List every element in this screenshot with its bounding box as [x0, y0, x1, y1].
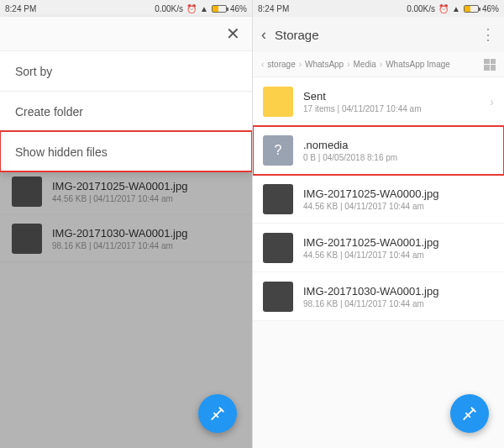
- breadcrumb: ‹ storage › WhatsApp › Media › WhatsApp …: [253, 52, 504, 77]
- menu-create-folder[interactable]: Create folder: [0, 91, 252, 131]
- image-thumb: [263, 184, 293, 214]
- status-battery: 46%: [230, 4, 247, 13]
- page-title: Storage: [275, 28, 472, 42]
- close-button[interactable]: ✕: [0, 17, 252, 50]
- close-icon: ✕: [226, 24, 240, 44]
- broom-icon: [460, 404, 479, 423]
- crumb-sep: ›: [347, 60, 349, 69]
- fab-clean[interactable]: [198, 394, 237, 433]
- menu-label: Create folder: [15, 105, 83, 119]
- file-row[interactable]: IMG-20171025-WA0000.jpg 44.56 KB | 04/11…: [253, 175, 504, 224]
- right-screenshot: 8:24 PM 0.00K/s ⏰ ▲ 46% ‹ Storage ⋮ ‹ st…: [252, 0, 504, 448]
- view-grid-button[interactable]: [484, 59, 496, 71]
- file-name: Sent: [303, 90, 480, 103]
- more-button[interactable]: ⋮: [480, 25, 496, 44]
- file-sub: 17 items | 04/11/2017 10:44 am: [303, 104, 480, 113]
- file-row-nomedia[interactable]: ? .nomedia 0 B | 04/05/2018 8:16 pm: [253, 126, 504, 175]
- left-screenshot: 8:24 PM 0.00K/s ⏰ ▲ 46% IMG-20171025-WA0…: [0, 0, 252, 448]
- image-thumb: [263, 233, 293, 263]
- status-right: 0.00K/s ⏰ ▲ 46%: [407, 4, 499, 13]
- file-name: IMG-20171025-WA0001.jpg: [303, 236, 494, 249]
- menu-label: Sort by: [15, 65, 52, 78]
- file-sub: 44.56 KB | 04/11/2017 10:44 am: [303, 202, 494, 211]
- status-bar: 8:24 PM 0.00K/s ⏰ ▲ 46%: [0, 0, 252, 17]
- file-list: Sent 17 items | 04/11/2017 10:44 am › ? …: [253, 77, 504, 321]
- folder-icon: [263, 87, 293, 117]
- menu-label: Show hidden files: [15, 145, 108, 159]
- fab-clean[interactable]: [450, 394, 489, 433]
- image-thumb: [263, 282, 293, 312]
- status-right: 0.00K/s ⏰ ▲ 46%: [155, 4, 247, 13]
- menu-sort-by[interactable]: Sort by: [0, 50, 252, 91]
- file-sub: 98.16 KB | 04/11/2017 10:44 am: [303, 299, 494, 308]
- unknown-icon: ?: [263, 135, 293, 166]
- file-name: IMG-20171030-WA0001.jpg: [303, 285, 494, 298]
- crumb-sep: ‹: [261, 60, 264, 69]
- back-button[interactable]: ‹: [261, 26, 266, 44]
- wifi-icon: ▲: [200, 4, 208, 13]
- status-bar: 8:24 PM 0.00K/s ⏰ ▲ 46%: [253, 0, 504, 17]
- file-sub: 44.56 KB | 04/11/2017 10:44 am: [303, 250, 494, 260]
- wifi-icon: ▲: [452, 4, 460, 13]
- battery-icon: [212, 5, 227, 13]
- folder-row-sent[interactable]: Sent 17 items | 04/11/2017 10:44 am ›: [253, 77, 504, 126]
- crumb-seg[interactable]: WhatsApp: [305, 60, 344, 69]
- crumb-seg[interactable]: WhatsApp Image: [386, 60, 450, 69]
- app-bar: ‹ Storage ⋮: [253, 17, 504, 52]
- alarm-icon: ⏰: [186, 4, 197, 13]
- alarm-icon: ⏰: [438, 4, 449, 13]
- overflow-menu: ✕ Sort by Create folder Show hidden file…: [0, 17, 252, 171]
- file-name: .nomedia: [303, 139, 494, 151]
- status-time: 8:24 PM: [258, 4, 289, 13]
- status-battery: 46%: [482, 4, 499, 13]
- file-sub: 0 B | 04/05/2018 8:16 pm: [303, 153, 494, 162]
- menu-show-hidden[interactable]: Show hidden files: [0, 131, 252, 171]
- status-speed: 0.00K/s: [407, 4, 435, 13]
- status-time: 8:24 PM: [5, 4, 36, 13]
- crumb-seg[interactable]: Media: [354, 60, 376, 69]
- crumb-sep: ›: [380, 60, 382, 69]
- broom-icon: [208, 404, 227, 423]
- file-name: IMG-20171025-WA0000.jpg: [303, 187, 494, 200]
- crumb-sep: ›: [299, 60, 302, 69]
- chevron-right-icon: ›: [490, 95, 494, 108]
- file-row[interactable]: IMG-20171025-WA0001.jpg 44.56 KB | 04/11…: [253, 224, 504, 272]
- crumb-seg[interactable]: storage: [267, 60, 295, 69]
- status-speed: 0.00K/s: [155, 4, 183, 13]
- battery-icon: [464, 5, 479, 13]
- file-row[interactable]: IMG-20171030-WA0001.jpg 98.16 KB | 04/11…: [253, 272, 504, 321]
